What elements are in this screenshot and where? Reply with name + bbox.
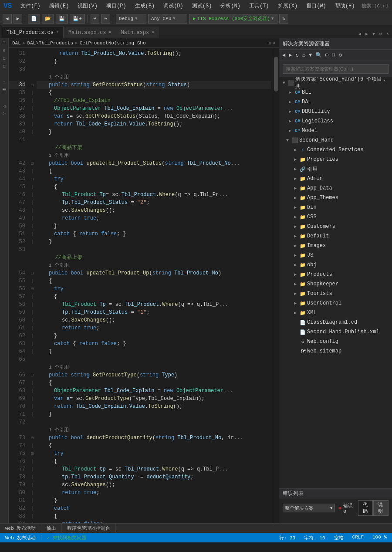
tree-item-second-hand[interactable]: ▼ ⬛ Second_Hand — [279, 135, 392, 145]
tree-item-dal[interactable]: ▶ C# DAL — [279, 97, 392, 107]
error-tab-code[interactable]: 代码 — [358, 500, 373, 516]
tree-item-js[interactable]: ▶ 📁 JS — [279, 251, 392, 260]
tree-item-app-data[interactable]: ▶ 📁 App_Data — [279, 183, 392, 193]
tree-products-arrow[interactable]: ▶ — [292, 272, 298, 277]
menu-window[interactable]: 窗口(W) — [304, 1, 328, 10]
tree-item-default[interactable]: ▶ 📁 Default — [279, 231, 392, 241]
tab-tbl-products-close[interactable]: × — [56, 30, 59, 35]
tree-item-model[interactable]: ▶ C# Model — [279, 126, 392, 135]
tab-tbl-products[interactable]: Tbl_Products.cs × — [2, 27, 64, 38]
sol-toolbar-collapse[interactable]: ⊟ — [331, 51, 336, 59]
gc-56[interactable]: ⊟ — [28, 285, 37, 293]
back-button[interactable]: ◀ — [3, 14, 12, 24]
run-button[interactable]: ▶ IIS Express (360安全浏览器) ▼ — [189, 14, 277, 24]
code-lines[interactable]: return Tbl_Product_No.Value.ToString(); … — [37, 48, 273, 523]
menu-analyze[interactable]: 分析(N) — [219, 1, 242, 10]
menu-file[interactable]: 文件(F) — [19, 1, 42, 10]
tab-nav-list[interactable]: ▼ — [371, 31, 376, 37]
tree-connected-arrow[interactable]: ▶ — [292, 147, 298, 152]
status-web-activity[interactable]: Web 发布活动 — [3, 535, 37, 541]
tab-main-aspx[interactable]: Main.aspx × — [116, 27, 159, 38]
tree-default-arrow[interactable]: ▶ — [292, 234, 298, 239]
gc-34[interactable]: ⊟ — [28, 81, 37, 89]
tree-images-arrow[interactable]: ▶ — [292, 243, 298, 248]
forward-button[interactable]: ▶ — [14, 14, 23, 24]
tree-model-arrow[interactable]: ▶ — [287, 128, 293, 133]
save-button[interactable]: 💾 — [56, 14, 68, 24]
tree-item-connected-services[interactable]: ▶ ⚡ Connected Services — [279, 145, 392, 155]
tree-js-arrow[interactable]: ▶ — [292, 253, 298, 258]
tree-item-logicclass[interactable]: ▶ C# LogicClass — [279, 116, 392, 126]
save-all-button[interactable]: 💾+ — [70, 14, 85, 24]
tree-second-hand-arrow[interactable]: ▼ — [284, 138, 291, 143]
new-file-button[interactable]: 📄 — [28, 14, 40, 24]
tree-item-tourists[interactable]: ▶ 📁 Tourists — [279, 289, 392, 298]
bottom-tab-nuget[interactable]: 程序包管理器控制台 — [62, 524, 116, 533]
sidebar-icon-6[interactable]: ☰ — [1, 87, 8, 94]
menu-extensions[interactable]: 扩展(X) — [276, 1, 300, 10]
gc-44[interactable]: ⊟ — [28, 175, 37, 183]
tab-settings-btn[interactable]: ⚙ — [378, 31, 383, 37]
debug-config-dropdown[interactable]: Debug ▼ — [116, 14, 146, 24]
sidebar-icon-7[interactable]: ◁ — [1, 104, 8, 111]
tree-xml-arrow[interactable]: ▶ — [292, 310, 298, 315]
menu-debug[interactable]: 调试(D) — [162, 1, 185, 10]
tree-item-xml[interactable]: ▶ 📁 XML — [279, 308, 392, 318]
tree-root[interactable]: ▼ ⬛ 解决方案'Second_Hand'(6 个项目，共 — [279, 78, 392, 88]
menu-search[interactable]: 搜索 (Ctrl — [362, 3, 389, 9]
sol-toolbar-search[interactable]: 🔍 — [314, 51, 323, 59]
menu-help[interactable]: 帮助(H) — [333, 1, 357, 10]
tree-dbutility-arrow[interactable]: ▶ — [287, 109, 293, 114]
sol-toolbar-forward[interactable]: ▶ — [287, 51, 293, 59]
menu-view[interactable]: 视图(V) — [76, 1, 99, 10]
tree-obj-arrow[interactable]: ▶ — [292, 262, 298, 268]
cpu-dropdown[interactable]: Any CPU ▼ — [148, 14, 187, 24]
sol-toolbar-settings[interactable]: ⚙ — [338, 51, 343, 59]
solution-search-input[interactable] — [283, 64, 389, 74]
tree-item-admin[interactable]: ▶ 📁 Admin — [279, 174, 392, 183]
bottom-tab-publish[interactable]: Web 发布活动 — [0, 524, 41, 533]
sidebar-icon-2[interactable]: ⊕ — [1, 48, 8, 55]
sidebar-icon-1[interactable]: ≡ — [1, 40, 8, 47]
sol-toolbar-home[interactable]: ⌂ — [301, 51, 307, 59]
tree-css-arrow[interactable]: ▶ — [292, 214, 298, 220]
sidebar-icon-4[interactable]: ⊞ — [1, 64, 8, 71]
tree-shopkeeper-arrow[interactable]: ▶ — [292, 281, 298, 287]
refresh-button[interactable]: ↻ — [279, 14, 288, 24]
tab-main-aspx-cs-close[interactable]: × — [108, 30, 111, 35]
menu-tools[interactable]: 工具(T) — [247, 1, 271, 10]
tree-item-websitemap[interactable]: ▶ 🗺 Web.sitemap — [279, 346, 392, 356]
tree-item-products[interactable]: ▶ 📁 Products — [279, 270, 392, 279]
sidebar-icon-5[interactable]: ↕ — [1, 80, 8, 87]
gc-73[interactable]: ⊟ — [28, 434, 37, 442]
tree-item-css[interactable]: ▶ 📁 CSS — [279, 212, 392, 222]
tree-root-arrow[interactable]: ▼ — [281, 81, 287, 85]
tree-item-bin[interactable]: ▶ 📁 bin — [279, 203, 392, 212]
tree-item-customers[interactable]: ▶ 📁 Customers — [279, 222, 392, 231]
tree-customers-arrow[interactable]: ▶ — [292, 224, 298, 229]
undo-button[interactable]: ↩ — [91, 14, 100, 24]
tab-nav-left[interactable]: ◀ — [357, 31, 362, 37]
tree-appdata-arrow[interactable]: ▶ — [292, 186, 298, 191]
gc-42[interactable]: ⊟ — [28, 159, 37, 167]
tab-main-aspx-cs[interactable]: Main.aspx.cs × — [64, 27, 116, 38]
tree-item-publish-xml[interactable]: ▶ 📄 Second_Hand.Publish.xml — [279, 327, 392, 337]
tree-item-app-themes[interactable]: ▶ 📁 App_Themes — [279, 193, 392, 203]
error-tab-desc[interactable]: 说明 — [373, 500, 389, 516]
open-button[interactable]: 📂 — [42, 14, 54, 24]
menu-project[interactable]: 项目(P) — [105, 1, 128, 10]
scroll-thumb[interactable] — [274, 57, 278, 91]
settings-btn[interactable]: ⚙ — [272, 40, 275, 46]
gc-75[interactable]: ⊟ — [28, 450, 37, 457]
tree-item-properties[interactable]: ▶ 📁 Properties — [279, 155, 392, 164]
split-button[interactable]: ⊞ — [268, 40, 271, 46]
tree-tourists-arrow[interactable]: ▶ — [292, 291, 298, 296]
tree-item-usercontrol[interactable]: ▶ 📁 UserControl — [279, 298, 392, 308]
menu-build[interactable]: 生成(B) — [133, 1, 157, 10]
tree-item-classdiagram[interactable]: ▶ 📄 ClassDiagram1.cd — [279, 318, 392, 327]
tab-nav-right[interactable]: ▶ — [364, 31, 369, 37]
tree-ref-arrow[interactable]: ▶ — [292, 166, 298, 172]
tree-usercontrol-arrow[interactable]: ▶ — [292, 301, 298, 306]
sidebar-icon-8[interactable]: ▷ — [1, 111, 8, 118]
editor-scrollbar[interactable] — [273, 48, 279, 523]
